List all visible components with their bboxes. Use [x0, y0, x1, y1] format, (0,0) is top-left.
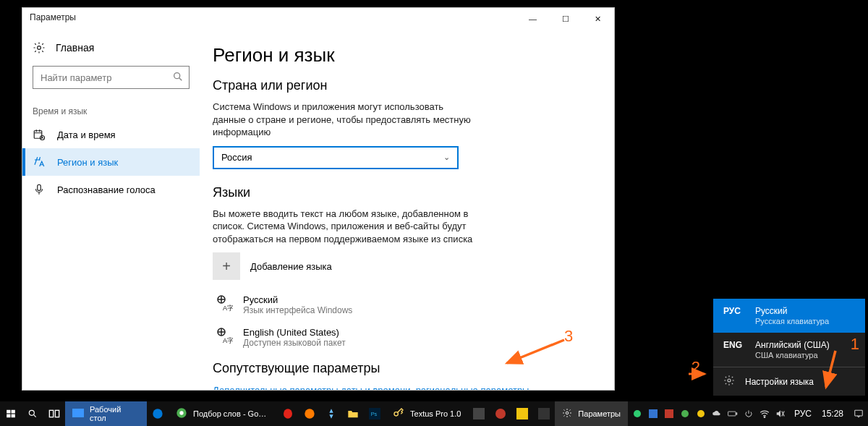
language-indicator[interactable]: РУС: [790, 409, 816, 419]
language-name: Английский (США): [755, 340, 830, 350]
taskbar-app[interactable]: [277, 401, 299, 426]
gear-icon: [723, 375, 735, 388]
action-center-icon[interactable]: [854, 409, 864, 419]
sidebar-group: Время и язык: [22, 89, 200, 121]
search-input-wrap: [33, 66, 190, 89]
svg-rect-39: [728, 412, 736, 416]
taskbar-app[interactable]: [299, 401, 320, 426]
svg-point-0: [38, 46, 41, 50]
svg-rect-40: [736, 413, 737, 414]
tray-icon[interactable]: [664, 409, 674, 419]
tray-icon[interactable]: [680, 409, 690, 419]
app-icon: [495, 408, 506, 419]
language-option[interactable]: ENG Английский (США) США клавиатура: [713, 333, 865, 367]
taskbar-app[interactable]: [342, 401, 364, 426]
svg-rect-15: [7, 414, 10, 418]
taskbar-task[interactable]: Параметры: [555, 401, 628, 426]
related-settings: Сопутствующие параметры Дополнительные п…: [213, 361, 592, 390]
svg-point-23: [179, 411, 183, 414]
taskbar-app[interactable]: [511, 401, 533, 426]
language-settings-button[interactable]: Настройки языка: [713, 367, 865, 396]
sidebar-home[interactable]: Главная: [22, 37, 200, 60]
language-name: Русский: [755, 306, 829, 316]
start-button[interactable]: [0, 401, 22, 426]
language-sub: Язык интерфейса Windows: [243, 305, 352, 315]
svg-point-9: [728, 379, 731, 382]
tray-icon[interactable]: [648, 409, 658, 419]
close-button[interactable]: ✕: [582, 8, 614, 30]
tray-icon[interactable]: [632, 409, 642, 419]
svg-point-37: [681, 410, 689, 417]
titlebar: Параметры — ☐ ✕: [22, 8, 614, 30]
sidebar-item-region-language[interactable]: Регион и язык: [22, 148, 200, 176]
language-option[interactable]: РУС Русский Русская клавиатура: [713, 299, 865, 333]
svg-rect-31: [516, 408, 528, 419]
language-icon: A字: [216, 327, 233, 344]
taskbar-task[interactable]: Подбор слов - Googl...: [169, 401, 277, 426]
taskbar-app[interactable]: Ps: [364, 401, 386, 426]
firefox-icon: [304, 408, 315, 419]
svg-rect-14: [12, 410, 15, 414]
clock[interactable]: 15:28: [816, 409, 849, 419]
taskbar-app[interactable]: [490, 401, 511, 426]
calendar-clock-icon: [33, 128, 46, 141]
languages-header: Языки: [213, 185, 592, 200]
minimize-button[interactable]: —: [516, 8, 549, 30]
sidebar-item-label: Дата и время: [57, 129, 116, 140]
search-icon: [172, 71, 184, 85]
related-link[interactable]: Дополнительные параметры даты и времени,…: [213, 385, 529, 390]
add-language-button[interactable]: + Добавление языка: [213, 252, 592, 280]
taskbar-app[interactable]: [533, 401, 555, 426]
language-code: РУС: [723, 306, 745, 316]
sidebar-item-label: Распознавание голоса: [57, 184, 156, 195]
language-row[interactable]: A字 English (United States) Доступен язык…: [213, 321, 592, 354]
power-icon[interactable]: [744, 409, 754, 419]
taskbar-app[interactable]: [147, 401, 169, 426]
svg-rect-16: [12, 414, 15, 418]
maximize-button[interactable]: ☐: [549, 8, 582, 30]
svg-point-1: [174, 73, 180, 79]
edge-icon: [152, 408, 163, 419]
language-name: English (United States): [243, 327, 346, 338]
onedrive-icon[interactable]: [712, 409, 722, 419]
svg-point-38: [697, 410, 705, 417]
svg-point-21: [153, 409, 162, 418]
volume-icon[interactable]: [775, 409, 786, 419]
app-icon: [516, 408, 528, 419]
svg-point-25: [305, 409, 314, 418]
photoshop-icon: Ps: [369, 408, 380, 419]
svg-text:A字: A字: [223, 337, 233, 344]
sidebar-item-label: Регион и язык: [57, 157, 118, 168]
taskbar-task[interactable]: Textus Pro 1.0: [386, 401, 468, 426]
opera-icon: [282, 408, 294, 419]
taskbar-app[interactable]: [468, 401, 490, 426]
content-pane: Регион и язык Страна или регион Система …: [200, 30, 614, 390]
region-select-value: Россия: [221, 152, 252, 163]
app-icon: [538, 408, 550, 419]
app-icon: [326, 408, 337, 419]
language-list: + Добавление языка A字 Русский Язык интер…: [213, 252, 592, 354]
language-row[interactable]: A字 Русский Язык интерфейса Windows: [213, 289, 592, 321]
search-button[interactable]: [22, 401, 43, 426]
region-select[interactable]: Россия ⌄: [213, 146, 459, 169]
svg-text:A字: A字: [223, 304, 233, 312]
gear-icon: [33, 41, 46, 54]
task-view-button[interactable]: [43, 401, 65, 426]
tray-icon[interactable]: [696, 409, 706, 419]
svg-point-30: [495, 409, 506, 419]
keyboard-name: Русская клавиатура: [755, 317, 829, 325]
language-name: Русский: [243, 294, 352, 305]
taskbar-task[interactable]: Рабочий стол: [65, 401, 147, 426]
taskbar-app[interactable]: [320, 401, 342, 426]
taskbar: Рабочий стол Подбор слов - Googl... Ps T…: [0, 401, 868, 426]
language-settings-label: Настройки языка: [745, 377, 814, 387]
wifi-icon[interactable]: [760, 409, 770, 419]
sidebar-item-speech[interactable]: Распознавание голоса: [22, 176, 200, 203]
region-header: Страна или регион: [213, 78, 592, 93]
svg-rect-36: [665, 409, 673, 418]
svg-text:Ps: Ps: [371, 411, 378, 417]
search-input[interactable]: [33, 66, 190, 89]
languages-desc: Вы можете вводить текст на любом языке, …: [213, 208, 473, 246]
battery-icon[interactable]: [728, 409, 738, 419]
sidebar-item-date-time[interactable]: Дата и время: [22, 121, 200, 148]
